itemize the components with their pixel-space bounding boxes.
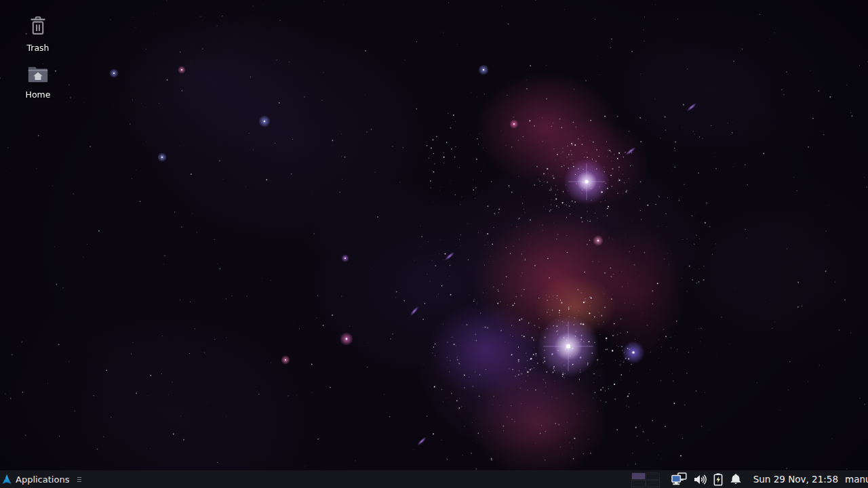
applications-menu-button[interactable]: Applications	[0, 470, 73, 488]
desktop-icon-label: Home	[26, 90, 51, 100]
desktop-icon-trash[interactable]: Trash	[8, 15, 68, 53]
notifications-tray-button[interactable]	[726, 470, 745, 488]
display-network-tray-button[interactable]	[668, 470, 690, 488]
arch-logo-icon	[2, 474, 12, 485]
notification-bell-icon	[730, 473, 742, 485]
applications-menu-label: Applications	[16, 474, 69, 485]
desktop-icon-label: Trash	[26, 43, 49, 53]
home-folder-icon	[26, 64, 50, 85]
volume-tray-button[interactable]	[690, 470, 710, 488]
audio-volume-icon	[694, 474, 707, 485]
workspace-3[interactable]	[631, 480, 646, 487]
taskbar-right: Sun 29 Nov, 21:58 manu	[631, 470, 868, 488]
clock[interactable]: Sun 29 Nov, 21:58	[753, 474, 838, 485]
taskbar-left: Applications	[0, 470, 84, 488]
workspace-4[interactable]	[646, 480, 660, 487]
battery-charging-icon	[713, 473, 723, 486]
display-network-icon	[671, 472, 687, 486]
panel-separator-handle	[75, 477, 84, 482]
desktop-icon-home[interactable]: Home	[8, 64, 68, 100]
workspace-pager[interactable]	[631, 472, 660, 487]
workspace-1[interactable]	[631, 472, 646, 480]
desktop: Trash Home App	[0, 0, 868, 488]
session-username[interactable]: manu	[845, 474, 868, 485]
taskbar: Applications	[0, 470, 868, 488]
battery-tray-button[interactable]	[710, 470, 726, 488]
trash-icon	[26, 15, 50, 38]
workspace-2[interactable]	[646, 472, 660, 480]
starfield	[0, 0, 868, 470]
